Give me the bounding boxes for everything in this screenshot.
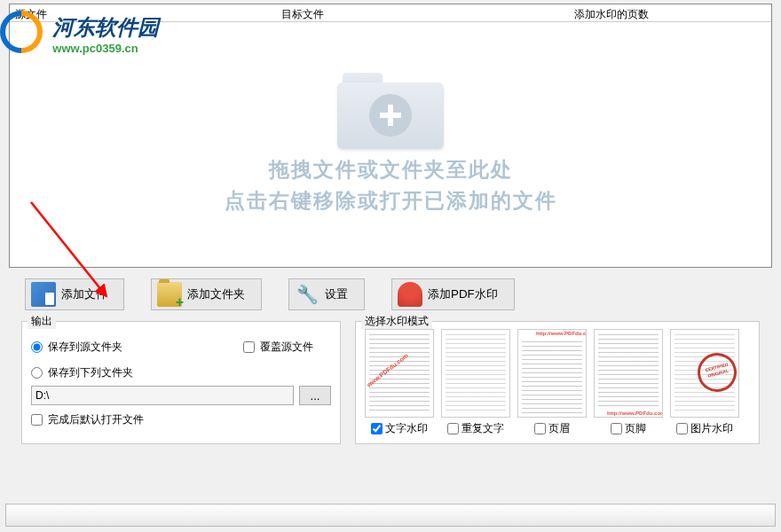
add-file-label: 添加文件 xyxy=(61,286,107,302)
mode-header[interactable]: http://www.PDFdu.com 页眉 xyxy=(517,329,587,436)
output-path-input[interactable] xyxy=(31,386,294,405)
add-folder-icon xyxy=(157,282,182,307)
open-after-checkbox[interactable] xyxy=(31,414,43,426)
stamp-icon xyxy=(398,282,422,307)
drop-zone[interactable]: 拖拽文件或文件夹至此处 点击右键移除或打开已添加的文件 xyxy=(10,22,771,262)
drop-hint-1: 拖拽文件或文件夹至此处 xyxy=(269,156,513,184)
mode-image-watermark[interactable]: 图片水印 xyxy=(670,329,739,436)
add-watermark-button[interactable]: 添加PDF水印 xyxy=(391,278,515,310)
site-name: 河东软件园 xyxy=(52,13,159,42)
site-url: www.pc0359.cn xyxy=(52,42,159,55)
mode-text-watermark[interactable]: www.PDFdu.com 文字水印 xyxy=(365,329,434,436)
browse-button[interactable]: ... xyxy=(299,386,331,405)
save-source-label: 保存到源文件夹 xyxy=(48,340,122,355)
settings-label: 设置 xyxy=(325,286,348,302)
mode-repeat-text[interactable]: 重复文字 xyxy=(441,329,510,436)
mode-footer[interactable]: http://www.PDFdu.com 页脚 xyxy=(594,329,663,436)
overwrite-label: 覆盖源文件 xyxy=(260,340,313,355)
mode-footer-checkbox[interactable] xyxy=(611,423,622,434)
settings-icon xyxy=(295,282,320,307)
status-bar xyxy=(5,504,776,527)
mode-title: 选择水印模式 xyxy=(361,314,432,329)
col-target[interactable]: 目标文件 xyxy=(276,4,569,21)
save-custom-label: 保存到下列文件夹 xyxy=(48,365,133,380)
col-pages[interactable]: 添加水印的页数 xyxy=(569,4,771,21)
output-panel: 输出 保存到源文件夹 覆盖源文件 保存到下列文件夹 ... 完成后默认打开文件 xyxy=(21,321,341,444)
add-file-button[interactable]: 添加文件 xyxy=(25,278,124,310)
toolbar: 添加文件 添加文件夹 设置 添加PDF水印 xyxy=(0,268,781,321)
drop-hint-2: 点击右键移除或打开已添加的文件 xyxy=(225,187,557,215)
output-title: 输出 xyxy=(28,314,56,329)
open-after-label: 完成后默认打开文件 xyxy=(48,412,144,427)
mode-repeat-checkbox[interactable] xyxy=(447,423,459,434)
save-custom-radio[interactable] xyxy=(31,367,43,379)
add-watermark-label: 添加PDF水印 xyxy=(428,286,498,302)
mode-text-checkbox[interactable] xyxy=(371,423,383,434)
add-file-icon xyxy=(31,282,56,307)
settings-button[interactable]: 设置 xyxy=(288,278,365,310)
overwrite-checkbox[interactable] xyxy=(243,341,255,353)
watermark-mode-panel: 选择水印模式 www.PDFdu.com 文字水印 重复文字 http://ww… xyxy=(355,321,760,444)
add-folder-button[interactable]: 添加文件夹 xyxy=(151,278,262,310)
add-folder-icon xyxy=(337,69,444,149)
add-folder-label: 添加文件夹 xyxy=(187,286,245,302)
mode-header-checkbox[interactable] xyxy=(534,423,546,434)
save-source-radio[interactable] xyxy=(31,341,43,353)
site-watermark: 河东软件园 www.pc0359.cn xyxy=(0,11,159,57)
mode-image-checkbox[interactable] xyxy=(676,423,688,434)
